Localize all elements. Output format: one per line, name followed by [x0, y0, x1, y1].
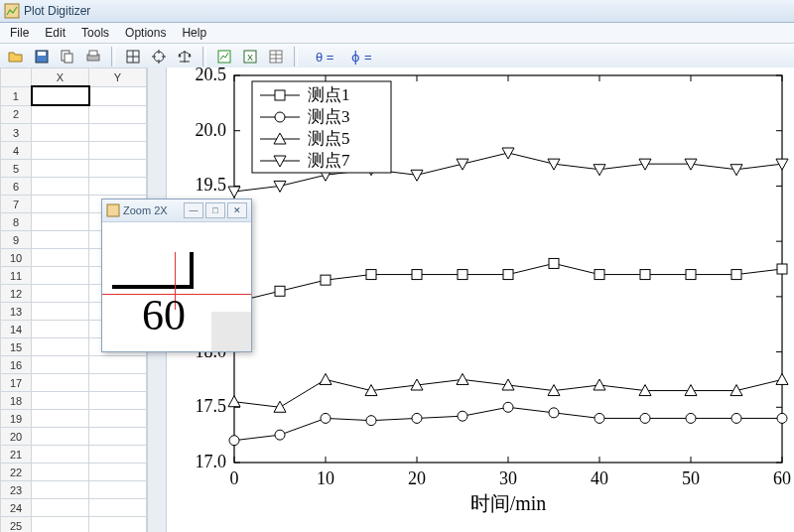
- svg-rect-69: [640, 270, 650, 280]
- row-header[interactable]: 8: [1, 213, 32, 231]
- cell[interactable]: [89, 428, 147, 446]
- cell[interactable]: [32, 517, 89, 533]
- cell[interactable]: [89, 410, 147, 428]
- cell[interactable]: [32, 196, 89, 213]
- cell[interactable]: [89, 124, 147, 142]
- row-header[interactable]: 4: [1, 142, 32, 160]
- cell[interactable]: [89, 392, 147, 410]
- cell[interactable]: [32, 392, 89, 410]
- row-header[interactable]: 19: [1, 410, 32, 428]
- svg-text:20.0: 20.0: [196, 120, 227, 140]
- copy-button[interactable]: [56, 45, 79, 68]
- cell[interactable]: [32, 374, 89, 392]
- cell[interactable]: [32, 428, 89, 446]
- svg-rect-70: [686, 270, 696, 280]
- menu-edit[interactable]: Edit: [37, 24, 73, 42]
- cell[interactable]: [32, 446, 89, 464]
- zoom-cursor-button[interactable]: [147, 45, 171, 68]
- cell[interactable]: [32, 213, 89, 231]
- row-header[interactable]: 24: [1, 499, 32, 517]
- row-header[interactable]: 10: [1, 249, 32, 267]
- row-header[interactable]: 9: [1, 231, 32, 249]
- cell[interactable]: [32, 249, 89, 267]
- row-header[interactable]: 25: [1, 517, 32, 533]
- zoom-box-button[interactable]: [121, 45, 145, 68]
- cell[interactable]: [32, 481, 89, 499]
- cell[interactable]: [32, 338, 89, 356]
- zoom-maximize-button[interactable]: □: [205, 202, 225, 218]
- cell[interactable]: [32, 356, 89, 374]
- svg-text:时间/min: 时间/min: [470, 492, 547, 514]
- cell[interactable]: [89, 86, 147, 105]
- row-header[interactable]: 21: [1, 446, 32, 464]
- row-header[interactable]: 23: [1, 481, 32, 499]
- cell[interactable]: [32, 231, 89, 249]
- cell[interactable]: [89, 356, 147, 374]
- save-button[interactable]: [30, 45, 54, 68]
- cell[interactable]: [89, 142, 147, 160]
- cell[interactable]: [32, 124, 89, 142]
- zoom-minimize-button[interactable]: —: [184, 202, 203, 218]
- menu-options[interactable]: Options: [117, 24, 174, 42]
- cell[interactable]: [32, 321, 89, 338]
- svg-rect-88: [275, 90, 285, 100]
- menu-file[interactable]: File: [2, 24, 37, 42]
- zoom-window-titlebar[interactable]: Zoom 2X — □ ✕: [102, 200, 251, 222]
- zoom-window[interactable]: Zoom 2X — □ ✕ 60: [101, 199, 252, 352]
- row-header[interactable]: 14: [1, 321, 32, 338]
- cell[interactable]: [89, 160, 147, 178]
- col-header[interactable]: Y: [89, 68, 147, 87]
- cell[interactable]: [32, 285, 89, 303]
- row-header[interactable]: 13: [1, 303, 32, 321]
- export-green-button[interactable]: [212, 45, 236, 68]
- menu-help[interactable]: Help: [174, 24, 214, 42]
- cell[interactable]: [89, 178, 147, 196]
- cell[interactable]: [89, 517, 147, 533]
- svg-rect-64: [412, 270, 422, 280]
- export-excel-button[interactable]: X: [238, 45, 262, 68]
- row-header[interactable]: 12: [1, 285, 32, 303]
- menu-tools[interactable]: Tools: [73, 24, 117, 42]
- cell[interactable]: [32, 86, 89, 105]
- balance-icon: [177, 49, 193, 65]
- print-button[interactable]: [81, 45, 105, 68]
- row-header[interactable]: 17: [1, 374, 32, 392]
- minimize-icon: —: [190, 205, 198, 215]
- cell[interactable]: [32, 142, 89, 160]
- row-header[interactable]: 5: [1, 160, 32, 178]
- cell[interactable]: [32, 178, 89, 196]
- cell[interactable]: [32, 499, 89, 517]
- row-header[interactable]: 7: [1, 196, 32, 213]
- cell[interactable]: [32, 105, 89, 124]
- row-header[interactable]: 2: [1, 105, 32, 124]
- balance-button[interactable]: [173, 45, 197, 68]
- cell[interactable]: [32, 303, 89, 321]
- svg-rect-67: [549, 258, 559, 268]
- cell[interactable]: [89, 481, 147, 499]
- row-header[interactable]: 22: [1, 464, 32, 481]
- cell[interactable]: [89, 499, 147, 517]
- row-header[interactable]: 6: [1, 178, 32, 196]
- cell[interactable]: [32, 160, 89, 178]
- cell[interactable]: [89, 105, 147, 124]
- row-header[interactable]: 18: [1, 392, 32, 410]
- toolbar-separator: [202, 47, 206, 66]
- row-header[interactable]: 20: [1, 428, 32, 446]
- open-button[interactable]: [4, 45, 28, 68]
- cell[interactable]: [89, 374, 147, 392]
- col-header[interactable]: X: [32, 68, 89, 87]
- export-table-button[interactable]: [264, 45, 288, 68]
- row-header[interactable]: 1: [1, 86, 32, 105]
- cell[interactable]: [32, 410, 89, 428]
- cell[interactable]: [89, 464, 147, 481]
- cell[interactable]: [32, 267, 89, 285]
- row-header[interactable]: 11: [1, 267, 32, 285]
- zoom-window-title: Zoom 2X: [123, 204, 168, 216]
- zoom-close-button[interactable]: ✕: [227, 202, 247, 218]
- row-header[interactable]: 16: [1, 356, 32, 374]
- row-header[interactable]: 15: [1, 338, 32, 356]
- row-header[interactable]: 3: [1, 124, 32, 142]
- cell[interactable]: [32, 464, 89, 481]
- cell[interactable]: [89, 446, 147, 464]
- chart-area[interactable]: 17.017.518.018.519.019.520.020.501020304…: [167, 67, 794, 532]
